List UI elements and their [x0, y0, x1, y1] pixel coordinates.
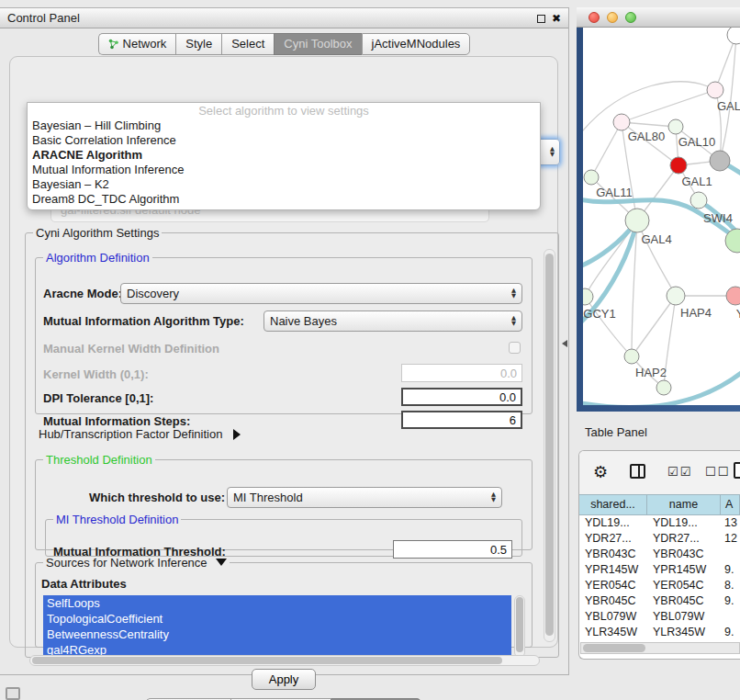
which-threshold-combobox[interactable]: MI Threshold ▲▼ — [227, 487, 502, 508]
settings-vertical-scrollbar[interactable] — [544, 249, 555, 642]
algorithm-option-aracne-algorithm[interactable]: ARACNE Algorithm — [28, 148, 540, 163]
table-toolbar: ⚙ ☑☑ ☐☐ — [579, 451, 740, 494]
column-header-shared[interactable]: shared... — [579, 495, 647, 514]
table-row[interactable]: YBR045CYBR045C9. — [579, 593, 740, 609]
table-row[interactable]: YLR345WYLR345W9. — [579, 625, 740, 640]
kernel-width-field[interactable] — [401, 364, 522, 382]
network-node-gal1[interactable] — [670, 157, 687, 174]
mac-close-button[interactable] — [589, 12, 600, 23]
data-attributes-label: Data Attributes — [41, 577, 127, 591]
network-node[interactable] — [727, 28, 740, 44]
node-label-gal4: GAL4 — [641, 232, 671, 246]
tab-network[interactable]: Network — [98, 33, 176, 55]
mac-minimize-button[interactable] — [607, 12, 618, 23]
gear-icon[interactable]: ⚙ — [593, 462, 608, 481]
table-cell — [721, 547, 740, 562]
attributes-vertical-scrollbar[interactable] — [514, 595, 525, 658]
table-row[interactable]: YPR145WYPR145W9. — [579, 562, 740, 578]
network-edge[interactable] — [585, 297, 632, 356]
apply-button[interactable]: Apply — [252, 669, 316, 690]
deselect-all-icon[interactable]: ☐☐ — [705, 465, 730, 479]
table-row[interactable]: YDR27...YDR27...12 — [579, 531, 740, 547]
network-node-gal[interactable] — [707, 82, 723, 98]
algorithm-option-bayesian-hill-climbing[interactable]: Bayesian – Hill Climbing — [28, 119, 540, 133]
attribute-item-topologicalcoefficient[interactable]: TopologicalCoefficient — [43, 611, 511, 627]
network-edge[interactable] — [720, 35, 736, 161]
table-row[interactable]: YBL079WYBL079W — [579, 609, 740, 625]
node-label-gal1: GAL1 — [681, 175, 712, 188]
network-node-gcy1[interactable] — [583, 288, 593, 305]
algorithm-definition-legend: Algorithm Definition — [43, 251, 152, 265]
table-cell: 9. — [721, 593, 740, 609]
network-node-gal4[interactable] — [625, 209, 649, 232]
algorithm-option-basic-correlation-inference[interactable]: Basic Correlation Inference — [28, 133, 540, 148]
mi-algorithm-type-combobox[interactable]: Naive Bayes ▲▼ — [263, 310, 522, 332]
dpi-tolerance-field[interactable] — [401, 388, 522, 406]
mi-steps-field[interactable] — [401, 411, 522, 429]
network-node-gal11[interactable] — [584, 170, 599, 185]
columns-icon[interactable] — [630, 464, 645, 479]
close-icon[interactable]: ✖ — [552, 14, 561, 23]
dock-grip-icon[interactable] — [6, 687, 20, 700]
settings-horizontal-scrollbar[interactable] — [29, 655, 540, 666]
network-node-hap2[interactable] — [624, 349, 639, 364]
tab-cyni-toolbox[interactable]: Cyni Toolbox — [274, 33, 361, 55]
algorithm-option-bayesian-k2[interactable]: Bayesian – K2 — [28, 177, 540, 192]
tab-style[interactable]: Style — [175, 33, 221, 55]
network-edge[interactable] — [632, 296, 676, 356]
network-edge[interactable] — [622, 90, 715, 122]
table-body: YDL19...YDL19...13YDR27...YDR27...12YBR0… — [579, 515, 740, 648]
scrollbar-thumb[interactable] — [516, 597, 523, 652]
split-divider-arrow-icon[interactable] — [562, 340, 567, 347]
table-cell: YPR145W — [579, 562, 647, 578]
network-node-swi4[interactable] — [690, 192, 707, 209]
algorithm-definition-group: Algorithm Definition Aracne Mode: Discov… — [35, 251, 533, 414]
network-node[interactable] — [710, 151, 730, 171]
attribute-item-betweennesscentrality[interactable]: BetweennessCentrality — [43, 627, 511, 642]
network-window-titlebar[interactable] — [577, 7, 740, 28]
file-icon[interactable] — [734, 462, 740, 479]
table-row[interactable]: YDL19...YDL19...13 — [579, 515, 740, 531]
aracne-mode-combobox[interactable]: Discovery ▲▼ — [120, 283, 522, 304]
select-all-icon[interactable]: ☑☑ — [667, 465, 692, 479]
mi-steps-label: Mutual Information Steps: — [43, 414, 190, 428]
tab-select[interactable]: Select — [221, 33, 274, 55]
combo-arrows-icon: ▲▼ — [506, 288, 516, 299]
network-canvas[interactable]: GALGAL80GAL10GAL1GAL11SWI4GAL4GCY1HAP4YH… — [583, 28, 740, 405]
network-node-gal10[interactable] — [668, 119, 683, 134]
float-window-icon[interactable] — [537, 15, 545, 23]
network-node-hap4[interactable] — [667, 287, 685, 305]
column-header-a[interactable]: A — [721, 495, 740, 514]
network-edge-selected[interactable] — [583, 224, 634, 268]
table-cell: 9. — [721, 562, 740, 578]
table-row[interactable]: YBR043CYBR043C — [579, 547, 740, 562]
data-attributes-list[interactable]: SelfLoopsTopologicalCoefficientBetweenne… — [43, 595, 511, 658]
collapse-arrow-icon[interactable] — [216, 559, 227, 566]
network-node-y[interactable] — [726, 287, 740, 305]
table-panel-window: ⚙ ☑☑ ☐☐ shared...nameA YDL19...YDL19...1… — [578, 450, 740, 660]
table-cell: YDR27... — [579, 531, 647, 547]
table-horizontal-scrollbar[interactable] — [580, 642, 740, 654]
network-node[interactable] — [656, 380, 671, 395]
hub-definition-expander[interactable]: Hub/Transcription Factor Definition — [39, 427, 241, 441]
network-node-gal80[interactable] — [613, 114, 630, 130]
network-edge[interactable] — [591, 122, 622, 177]
aracne-mode-label: Aracne Mode: — [43, 287, 122, 300]
sources-group: Sources for Network Inference Data Attri… — [35, 556, 533, 648]
network-tab-icon — [108, 39, 119, 50]
network-graph[interactable]: GALGAL80GAL10GAL1GAL11SWI4GAL4GCY1HAP4YH… — [583, 28, 740, 405]
scrollbar-thumb[interactable] — [545, 254, 554, 636]
table-cell: 8. — [721, 578, 740, 593]
algorithm-option-dream8-dc-tdc-algorithm[interactable]: Dream8 DC_TDC Algorithm — [28, 192, 540, 207]
manual-kernel-checkbox[interactable] — [509, 342, 521, 354]
mi-threshold-legend: MI Threshold Definition — [53, 513, 181, 526]
attribute-item-selfloops[interactable]: SelfLoops — [43, 595, 511, 611]
table-row[interactable]: YER054CYER054C8. — [579, 578, 740, 593]
column-header-name[interactable]: name — [647, 495, 721, 514]
table-cell: YDL19... — [579, 515, 647, 531]
scrollbar-thumb[interactable] — [583, 644, 645, 652]
scrollbar-thumb[interactable] — [32, 657, 502, 664]
tab-jactivemnodules[interactable]: jActiveMNodules — [362, 33, 471, 55]
mac-zoom-button[interactable] — [625, 12, 636, 23]
algorithm-option-mutual-information-inference[interactable]: Mutual Information Inference — [28, 163, 540, 177]
